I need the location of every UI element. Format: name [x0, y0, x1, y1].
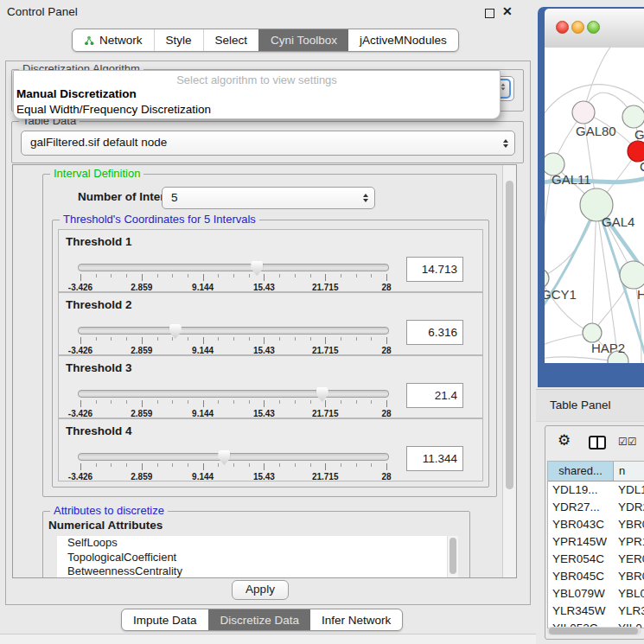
network-window-titlebar[interactable]	[545, 9, 644, 48]
tab-label: Impute Data	[133, 614, 197, 627]
tick-mark	[249, 337, 250, 341]
threshold-slider[interactable]: -3.4262.8599.14415.4321.71528	[78, 450, 389, 480]
tick-mark	[203, 337, 204, 344]
table-row[interactable]: YLR345WYLR3	[548, 603, 644, 620]
numerical-attributes-list[interactable]: SelfLoopsTopologicalCoefficientBetweenne…	[57, 536, 458, 578]
table-row[interactable]: YDR27...YDR2	[548, 499, 644, 516]
threshold-slider[interactable]: -3.4262.8599.14415.4321.71528	[78, 324, 389, 354]
bottom-strip	[0, 634, 536, 644]
threshold-value-field[interactable]: 11.344	[406, 446, 463, 471]
tick-mark	[249, 463, 250, 467]
table-row[interactable]: YDL19...YDL1	[548, 481, 644, 499]
tab-style[interactable]: Style	[154, 29, 203, 51]
algorithm-option-equal-width-frequency-discretization[interactable]: Equal Width/Frequency Discretization	[14, 102, 500, 118]
list-scrollbar[interactable]	[447, 536, 458, 578]
network-node[interactable]	[572, 101, 595, 124]
tick-label: 9.144	[192, 472, 214, 481]
network-node[interactable]	[622, 105, 644, 128]
node-label-h: H	[637, 287, 644, 302]
network-view-canvas[interactable]: GAL80GACGAL11GAL4GCY1HHAP2	[545, 48, 644, 363]
slider-tick-labels: -3.4262.8599.14415.4321.71528	[80, 472, 386, 481]
slider-ticks	[80, 463, 386, 471]
tick-label: 15.43	[253, 346, 275, 355]
algorithm-option-manual-discretization[interactable]: Manual Discretization	[14, 86, 500, 102]
apply-button[interactable]: Apply	[232, 580, 289, 600]
tab-label: Select	[215, 34, 248, 47]
table-row[interactable]: YPR145WYPR1	[548, 533, 644, 551]
table-row[interactable]: YER054CYER0	[548, 551, 644, 568]
gear-icon[interactable]: ⚙	[558, 433, 571, 448]
threshold-slider[interactable]: -3.4262.8599.14415.4321.71528	[78, 387, 389, 417]
tick-mark	[279, 400, 280, 404]
tick-label: -3.426	[68, 283, 92, 292]
float-window-icon[interactable]	[485, 9, 494, 18]
attribute-items: SelfLoopsTopologicalCoefficientBetweenne…	[57, 536, 458, 578]
tick-mark	[172, 337, 173, 341]
threshold-value-field[interactable]: 6.316	[406, 320, 463, 345]
slider-ticks	[80, 274, 386, 282]
tab-jactivemnodules[interactable]: jActiveMNodules	[348, 29, 458, 51]
tab-discretize-data[interactable]: Discretize Data	[208, 609, 311, 630]
stepper-up-icon	[501, 83, 505, 86]
algorithm-dropdown-popup: Select algorithm to view settings Manual…	[13, 70, 501, 119]
zoom-traffic-light-icon[interactable]	[587, 21, 600, 34]
horizontal-scrollbar[interactable]	[547, 627, 641, 635]
tick-mark	[233, 463, 234, 467]
close-icon[interactable]: ✕	[502, 4, 513, 18]
cell-shared-name: YDL19...	[548, 481, 614, 499]
tab-infer-network[interactable]: Infer Network	[310, 609, 402, 630]
horizontal-scrollbar-thumb[interactable]	[549, 628, 638, 634]
tick-mark	[126, 400, 127, 404]
tick-label: 15.43	[253, 472, 275, 481]
vertical-scrollbar[interactable]	[502, 165, 516, 577]
tick-mark	[218, 274, 219, 277]
table-row[interactable]: YBR043CYBR0	[548, 516, 644, 533]
close-traffic-light-icon[interactable]	[556, 21, 569, 34]
checkboxes-icon[interactable]: ☑☑	[618, 436, 637, 448]
threshold-value-field[interactable]: 14.713	[406, 257, 463, 282]
combo-arrows-icon	[363, 194, 368, 202]
slider-track[interactable]	[78, 327, 389, 335]
tab-impute-data[interactable]: Impute Data	[122, 609, 208, 630]
table-row[interactable]: YBR045CYBR0	[548, 568, 644, 585]
list-item-betweennesscentrality[interactable]: BetweennessCentrality	[57, 564, 458, 578]
tick-mark	[356, 274, 357, 277]
slider-track[interactable]	[78, 264, 389, 271]
tick-label: 21.715	[312, 346, 339, 355]
tick-mark	[126, 337, 127, 341]
threshold-slider[interactable]: -3.4262.8599.14415.4321.71528	[78, 261, 389, 290]
numerical-attributes-label: Numerical Attributes	[48, 519, 163, 532]
node-label-gcy1: GCY1	[545, 287, 577, 302]
tab-cyni-toolbox[interactable]: Cyni Toolbox	[258, 29, 348, 51]
tick-label: 21.715	[312, 283, 339, 292]
network-edge	[592, 205, 596, 333]
slider-track[interactable]	[78, 390, 389, 398]
split-columns-icon[interactable]	[589, 436, 606, 450]
network-node[interactable]	[620, 261, 644, 289]
slider-track[interactable]	[78, 453, 389, 461]
column-header-shared[interactable]: shared...	[548, 462, 614, 481]
list-scrollbar-thumb[interactable]	[450, 538, 456, 574]
tick-mark	[249, 274, 250, 277]
column-header-n[interactable]: n	[614, 462, 644, 481]
minimize-traffic-light-icon[interactable]	[571, 21, 584, 34]
threshold-value-field[interactable]: 21.4	[406, 383, 463, 408]
tick-mark	[295, 463, 296, 467]
tick-label: 9.144	[192, 346, 214, 355]
interval-definition-label: Interval Definition	[50, 167, 143, 180]
tick-label: 21.715	[312, 472, 339, 481]
node-table: shared...n YDL19...YDL1YDR27...YDR2YBR04…	[547, 461, 644, 628]
tick-mark	[233, 337, 234, 341]
tab-select[interactable]: Select	[203, 29, 259, 51]
tick-label: 28	[381, 472, 391, 481]
network-node[interactable]	[583, 323, 602, 342]
table-row[interactable]: YBL079WYBL0	[548, 585, 644, 603]
number-of-intervals-select[interactable]: 5	[162, 187, 375, 209]
tab-network[interactable]: Network	[73, 29, 154, 51]
slider-tick-labels: -3.4262.8599.14415.4321.71528	[80, 283, 386, 292]
list-item-topologicalcoefficient[interactable]: TopologicalCoefficient	[57, 551, 458, 565]
list-item-selfloops[interactable]: SelfLoops	[57, 536, 458, 551]
network-node[interactable]	[545, 269, 549, 288]
table-data-select[interactable]: galFiltered.sif default node	[21, 131, 515, 156]
vertical-scrollbar-thumb[interactable]	[506, 181, 513, 489]
